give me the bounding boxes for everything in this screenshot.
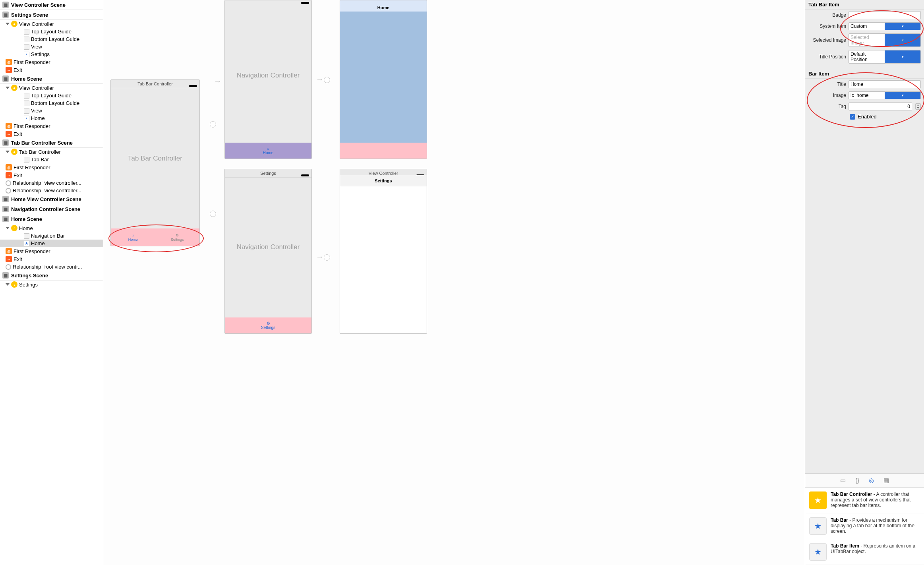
layout-guide-icon	[24, 93, 29, 99]
outline-item-exit[interactable]: →Exit	[0, 255, 103, 263]
outline-label: Top Layout Guide	[31, 93, 72, 99]
scene-header[interactable]: Home View Controller Scene	[0, 194, 103, 204]
library-tabbar: ▭ {} ◎ ▦	[805, 473, 924, 488]
media-library-tab-icon[interactable]: ▦	[883, 477, 889, 484]
outline-item-exit[interactable]: →Exit	[0, 171, 103, 179]
view-icon	[24, 44, 29, 50]
scene-header[interactable]: Home Scene	[0, 214, 103, 224]
scene-icon	[2, 206, 9, 212]
outline-item[interactable]: Bottom Layout Guide	[0, 35, 103, 43]
exit-icon: →	[6, 131, 12, 137]
tag-input[interactable]	[849, 103, 912, 110]
segue-anchor-icon[interactable]	[324, 77, 330, 83]
selected-image-select[interactable]: Selected Image▾	[849, 33, 921, 47]
segue-anchor-icon[interactable]	[210, 121, 216, 128]
chevron-down-icon: ▾	[885, 23, 920, 30]
object-library-list[interactable]: ★ Tab Bar Controller - A controller that…	[805, 488, 924, 565]
segue-anchor-icon[interactable]	[210, 211, 216, 217]
star-icon: ★	[24, 241, 29, 246]
scene-home-vc[interactable]: Home	[340, 0, 427, 159]
outline-item-relationship[interactable]: Relationship "root view contr...	[0, 263, 103, 271]
stepper-up-icon[interactable]: ▲	[916, 104, 920, 106]
outline-item-exit[interactable]: →Exit	[0, 130, 103, 138]
tag-stepper[interactable]: ▲▼	[915, 103, 921, 110]
scene-tabbar-controller[interactable]: Tab Bar Controller Tab Bar Controller ⌂ …	[110, 79, 200, 246]
outline-item[interactable]: View	[0, 43, 103, 50]
outline-item[interactable]: Navigation Bar	[0, 232, 103, 240]
document-outline[interactable]: View Controller Scene Settings Scene ● V…	[0, 0, 103, 565]
library-item[interactable]: ★ Tab Bar Item - Represents an item on a…	[805, 539, 924, 565]
outline-item-first-responder[interactable]: ◍First Responder	[0, 247, 103, 255]
scene-header[interactable]: Home Scene	[0, 74, 103, 84]
outline-item[interactable]: ‹Home	[0, 114, 103, 122]
outline-label: View Controller	[19, 85, 54, 91]
disclosure-icon[interactable]	[6, 23, 10, 25]
view-controller-icon: ‹	[11, 225, 17, 231]
outline-item-exit[interactable]: →Exit	[0, 66, 103, 74]
system-item-select[interactable]: Custom▾	[849, 22, 921, 30]
scene-header[interactable]: View Controller Scene	[0, 0, 103, 10]
title-position-select[interactable]: Default Position▾	[849, 50, 921, 64]
outline-item[interactable]: View	[0, 107, 103, 114]
outline-item-view-controller[interactable]: ● View Controller	[0, 84, 103, 92]
outline-item-relationship[interactable]: Relationship "view controller...	[0, 179, 103, 187]
inspector-row-title-position: Title Position Default Position▾	[805, 48, 924, 65]
exit-icon: →	[6, 256, 12, 262]
scene-header[interactable]: Settings Scene	[0, 271, 103, 281]
outline-item[interactable]: ‹Settings	[0, 50, 103, 58]
layout-guide-icon	[24, 37, 29, 42]
segue-arrow-icon: →	[214, 77, 222, 86]
library-item-text: Tab Bar Item - Represents an item on a U…	[831, 543, 920, 561]
scene-settings-vc[interactable]: View Controller Settings	[340, 169, 427, 334]
outline-item-settings-nav[interactable]: ‹ Settings	[0, 281, 103, 288]
scene-title: View Controller Scene	[11, 2, 66, 8]
outline-item[interactable]: Top Layout Guide	[0, 92, 103, 99]
scene-icon	[2, 196, 9, 202]
badge-input[interactable]	[849, 11, 921, 19]
disclosure-icon[interactable]	[6, 87, 10, 89]
outline-item-tabbar-controller[interactable]: ● Tab Bar Controller	[0, 148, 103, 156]
library-item-text: Tab Bar - Provides a mechanism for displ…	[831, 517, 920, 535]
library-item[interactable]: ★ Tab Bar - Provides a mechanism for dis…	[805, 513, 924, 539]
outline-item[interactable]: Top Layout Guide	[0, 28, 103, 35]
outline-item-first-responder[interactable]: ◍First Responder	[0, 122, 103, 130]
outline-item-relationship[interactable]: Relationship "view controller...	[0, 187, 103, 194]
object-library-tab-icon[interactable]: ◎	[869, 477, 874, 484]
outline-item-view-controller[interactable]: ● View Controller	[0, 20, 103, 28]
outline-item[interactable]: Bottom Layout Guide	[0, 99, 103, 107]
scene-header[interactable]: Settings Scene	[0, 10, 103, 20]
disclosure-icon[interactable]	[6, 227, 10, 229]
segue-icon	[6, 180, 11, 186]
code-snippet-tab-icon[interactable]: {}	[855, 477, 859, 484]
view-controller-icon: ●	[11, 149, 17, 155]
scene-header[interactable]: Navigation Controller Scene	[0, 204, 103, 214]
disclosure-icon[interactable]	[6, 283, 10, 286]
library-item-title: Tab Bar Item	[831, 543, 859, 549]
image-select[interactable]: ic_home▾	[849, 91, 921, 99]
attributes-inspector: Tab Bar Item Badge System Item Custom▾ S…	[805, 0, 924, 565]
file-template-tab-icon[interactable]: ▭	[840, 477, 846, 484]
stepper-down-icon[interactable]: ▼	[916, 106, 920, 109]
outline-item-first-responder[interactable]: ◍First Responder	[0, 58, 103, 66]
storyboard-canvas[interactable]: Tab Bar Controller Tab Bar Controller ⌂ …	[103, 0, 805, 565]
disclosure-icon[interactable]	[6, 151, 10, 153]
library-item[interactable]: ★ Tab Bar Controller - A controller that…	[805, 488, 924, 513]
cube-icon: ◍	[6, 123, 12, 129]
tab-bar-proxy: ⌂ Home	[225, 143, 311, 159]
outline-item-home-nav[interactable]: ‹ Home	[0, 224, 103, 232]
enabled-checkbox[interactable]: ✓	[850, 114, 855, 120]
exit-icon: →	[6, 67, 12, 73]
outline-item-first-responder[interactable]: ◍First Responder	[0, 163, 103, 171]
scene-nav-controller-2[interactable]: Settings Navigation Controller ⚙ Setting…	[224, 169, 312, 334]
title-input[interactable]	[849, 80, 921, 88]
gear-icon: ⚙	[267, 321, 270, 325]
combo-value: ic_home	[849, 92, 885, 99]
outline-item-home-tabbaritem[interactable]: ★Home	[0, 240, 103, 247]
view-controller-icon: ●	[11, 85, 17, 91]
outline-item[interactable]: Tab Bar	[0, 156, 103, 163]
scene-icon	[2, 139, 9, 146]
scene-header[interactable]: Tab Bar Controller Scene	[0, 138, 103, 148]
scene-nav-controller-1[interactable]: Navigation Controller ⌂ Home	[224, 0, 312, 159]
combo-value: Default Position	[849, 50, 885, 63]
segue-anchor-icon[interactable]	[324, 254, 330, 261]
